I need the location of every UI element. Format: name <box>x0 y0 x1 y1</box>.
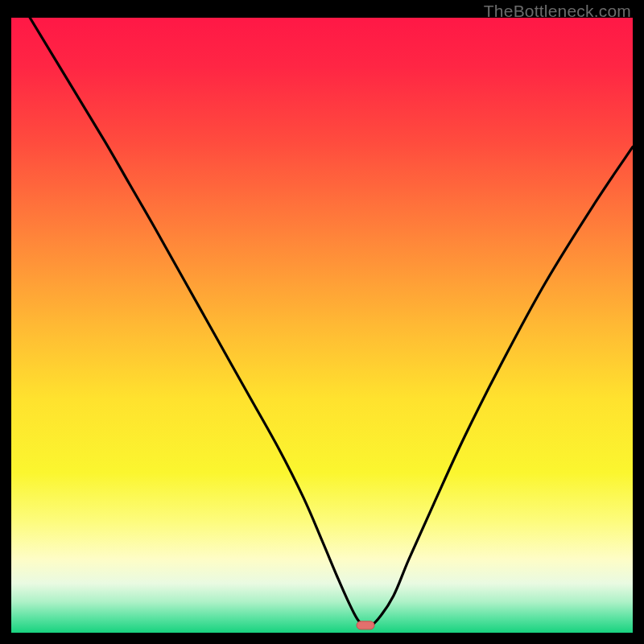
plot-frame <box>11 18 633 633</box>
chart-outer: TheBottleneck.com <box>0 0 644 644</box>
watermark-text: TheBottleneck.com <box>484 2 631 21</box>
bottleneck-chart-svg <box>11 18 633 633</box>
optimal-point-marker <box>357 621 374 630</box>
